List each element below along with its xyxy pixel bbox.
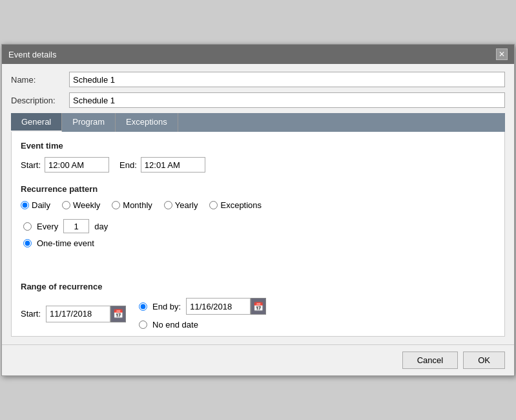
calendar-icon: 📅	[113, 309, 123, 319]
radio-one-time[interactable]	[23, 239, 32, 247]
description-label: Description:	[11, 96, 69, 105]
end-time-field: End:	[119, 157, 205, 173]
radio-weekly[interactable]	[62, 201, 70, 209]
range-section: Range of recurrence Start: 📅	[21, 282, 495, 330]
recurrence-pattern-section: Recurrence pattern Daily Weekly Monthly	[21, 184, 495, 248]
one-time-option[interactable]: One-time event	[23, 238, 495, 248]
description-row: Description:	[11, 92, 505, 108]
tab-exceptions[interactable]: Exceptions	[116, 113, 178, 132]
range-row: Start: 📅 End by:	[21, 298, 495, 330]
start-time-input[interactable]	[45, 157, 109, 173]
recurrence-option-weekly[interactable]: Weekly	[62, 200, 100, 210]
dialog-titlebar: Event details ✕	[2, 45, 514, 64]
description-input[interactable]	[69, 92, 505, 108]
recurrence-daily-label: Daily	[32, 200, 50, 210]
end-by-option[interactable]: End by: 📅	[139, 298, 266, 315]
radio-every[interactable]	[23, 222, 32, 231]
dialog-footer: Cancel OK	[2, 344, 514, 375]
radio-no-end[interactable]	[139, 320, 147, 329]
recurrence-option-monthly[interactable]: Monthly	[112, 200, 152, 210]
ok-button[interactable]: OK	[463, 352, 505, 369]
recurrence-title: Recurrence pattern	[21, 184, 495, 194]
end-by-label: End by:	[152, 302, 181, 311]
radio-yearly[interactable]	[164, 201, 172, 209]
recurrence-option-yearly[interactable]: Yearly	[164, 200, 198, 210]
no-end-label: No end date	[152, 320, 198, 330]
name-input[interactable]	[69, 72, 505, 87]
tab-general[interactable]: General	[11, 113, 62, 132]
radio-exceptions[interactable]	[209, 201, 218, 209]
recurrence-yearly-label: Yearly	[175, 200, 198, 210]
tabs-bar: General Program Exceptions	[11, 113, 505, 132]
every-input[interactable]	[63, 219, 89, 233]
event-details-dialog: Event details ✕ Name: Description: Gener…	[1, 44, 515, 376]
day-label: day	[94, 222, 108, 231]
start-date-input[interactable]	[46, 306, 110, 322]
tab-program[interactable]: Program	[62, 113, 116, 132]
end-date-calendar-button[interactable]: 📅	[251, 298, 266, 315]
daily-sub-options: Every day One-time event	[23, 219, 495, 248]
cancel-button[interactable]: Cancel	[402, 352, 458, 369]
recurrence-option-daily[interactable]: Daily	[21, 200, 50, 210]
range-start-label: Start:	[21, 309, 41, 319]
radio-end-by[interactable]	[139, 302, 147, 311]
start-time-field: Start:	[21, 157, 109, 173]
recurrence-monthly-label: Monthly	[123, 200, 152, 210]
dialog-body: Name: Description: General Program Excep…	[2, 64, 514, 344]
recurrence-exceptions-label: Exceptions	[220, 200, 262, 210]
one-time-label: One-time event	[37, 238, 94, 248]
name-row: Name:	[11, 72, 505, 87]
tab-content-general: Event time Start: End: Recurrence patter…	[11, 132, 505, 337]
no-end-date-option[interactable]: No end date	[139, 320, 266, 330]
recurrence-option-exceptions[interactable]: Exceptions	[209, 200, 262, 210]
start-time-label: Start:	[21, 160, 41, 170]
event-time-row: Start: End:	[21, 157, 495, 173]
end-time-input[interactable]	[141, 157, 205, 173]
range-end: End by: 📅 No end date	[139, 298, 266, 330]
dialog-title: Event details	[8, 50, 56, 59]
end-time-label: End:	[119, 160, 137, 170]
every-option[interactable]: Every day	[23, 219, 495, 233]
recurrence-weekly-label: Weekly	[73, 200, 100, 210]
start-date-wrap: 📅	[46, 306, 126, 322]
event-time-title: Event time	[21, 141, 495, 151]
close-button[interactable]: ✕	[496, 48, 508, 60]
calendar-icon-end: 📅	[253, 302, 263, 311]
radio-monthly[interactable]	[112, 201, 120, 209]
end-date-wrap: 📅	[186, 298, 266, 315]
every-label: Every	[37, 222, 58, 231]
start-date-calendar-button[interactable]: 📅	[110, 306, 126, 322]
range-title: Range of recurrence	[21, 282, 495, 291]
end-date-input[interactable]	[186, 298, 251, 315]
name-label: Name:	[11, 75, 69, 85]
radio-daily[interactable]	[21, 201, 29, 209]
recurrence-options: Daily Weekly Monthly Yearly	[21, 200, 495, 210]
range-start: Start: 📅	[21, 306, 126, 322]
